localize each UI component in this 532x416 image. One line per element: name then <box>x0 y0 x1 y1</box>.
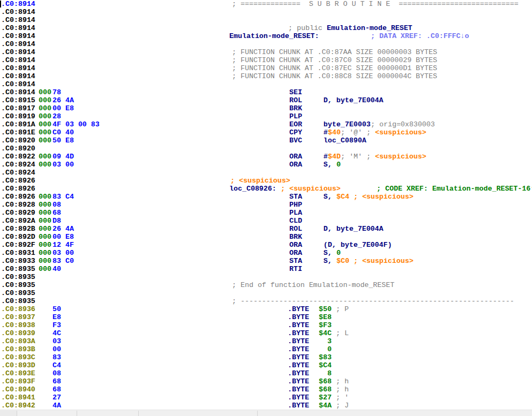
asm-line[interactable]: .C0:8914 <box>0 40 532 48</box>
opcode-bytes: 03 00 <box>53 249 74 257</box>
asm-line[interactable]: .C0:892F00012 4FORA (D, byte_7E004F) <box>0 241 532 249</box>
instruction-text: ORA # <box>289 153 328 161</box>
opcode-bytes: C0 40 <box>53 128 74 137</box>
asm-line[interactable]: .C0:8924 <box>0 169 532 177</box>
asm-line[interactable]: .C0:892400003 00ORA S, 0 <box>0 161 532 169</box>
instruction-text: .BYTE <box>288 402 309 410</box>
asm-line[interactable]: .C0:8914 <box>0 16 532 24</box>
instruction-text: .BYTE <box>288 321 309 329</box>
asm-line[interactable]: .C0:893C83.BYTE$83 <box>0 353 532 361</box>
asm-line[interactable]: .C0:894068.BYTE$68 ; h <box>0 385 532 394</box>
asm-line[interactable]: .C0:893B00.BYTE 0 <box>0 345 532 353</box>
disassembly-listing[interactable]: .C0:8914; ============== S U B R O U T I… <box>0 0 532 410</box>
stack-depth: 0 <box>319 345 332 353</box>
stack-depth: 000 <box>39 249 51 257</box>
asm-line[interactable]: .C0:893100003 00ORA S, 0 <box>0 249 532 257</box>
asm-line[interactable]: .C0:893650.BYTE$50 ; P <box>0 305 532 313</box>
asm-line[interactable]: .C0:892A000D8CLD <box>0 217 532 225</box>
instruction-text: .BYTE <box>288 377 309 385</box>
comment-text: ; ' <box>332 394 349 402</box>
asm-line[interactable]: .C0:893500040RTI <box>0 265 532 273</box>
asm-line[interactable]: .C0:893300083 C0STA S, $C0 ; <suspicious… <box>0 257 532 265</box>
asm-line[interactable]: .C0:892D00000 E8BRK <box>0 233 532 241</box>
asm-line[interactable]: .C0:8914; public Emulation-mode_RESET <box>0 24 532 32</box>
address: .C0:8914 <box>1 88 35 96</box>
asm-line[interactable]: .C0:8914Emulation-mode_RESET:; DATA XREF… <box>0 32 532 40</box>
data-address: .C0:893F <box>1 377 35 385</box>
stack-depth: $83 <box>319 353 332 361</box>
asm-line[interactable]: .C0:8926loc_C08926:; <suspicious>; CODE … <box>0 185 532 193</box>
asm-line[interactable]: .C0:894127.BYTE$27 ; ' <box>0 394 532 402</box>
asm-line[interactable]: .C0:8914; FUNCTION CHUNK AT .C0:87AA SIZ… <box>0 48 532 56</box>
address: .C0:8935 <box>1 297 35 305</box>
data-address: .C0:8938 <box>1 321 35 329</box>
asm-line[interactable]: .C0:893F68.BYTE$68 ; h <box>0 377 532 385</box>
asm-line[interactable]: .C0:8935; End of function Emulation-mode… <box>0 281 532 289</box>
suspicious-text: <suspicious> <box>375 128 426 137</box>
stack-depth: $C4 <box>319 361 332 369</box>
stack-depth: ; CODE XREF: Emulation-mode_RESET-16↑j <box>377 185 532 193</box>
asm-line[interactable]: .C0:892000050 E8BVC loc_C0890A <box>0 137 532 145</box>
asm-line[interactable]: .C0:892B00026 4AROL D, byte_7E004A <box>0 225 532 233</box>
asm-line[interactable]: .C0:891500026 4AROL D, byte_7E004A <box>0 96 532 104</box>
stack-depth: $68 <box>319 385 332 394</box>
instruction-text: Emulation-mode_RESET: <box>229 32 319 40</box>
comment-text: ; J <box>332 402 349 410</box>
ida-disassembly-window: .C0:8914; ============== S U B R O U T I… <box>0 0 532 416</box>
stack-depth: $F3 <box>319 321 332 329</box>
instruction-text: PLP <box>289 112 302 120</box>
asm-line[interactable]: .C0:893E08.BYTE 8 <box>0 369 532 377</box>
opcode-bytes: 4F 03 00 83 <box>53 120 100 128</box>
address: .C0:8914 <box>1 16 35 24</box>
address: .C0:8926 <box>1 177 35 185</box>
asm-line[interactable]: .C0:8914 <box>0 80 532 88</box>
asm-line[interactable]: .C0:892900068PLA <box>0 209 532 217</box>
asm-line[interactable]: .C0:893DC4.BYTE$C4 <box>0 361 532 369</box>
opcode-bytes: 03 00 <box>53 161 74 169</box>
comment-text: ; End of function Emulation-mode_RESET <box>232 281 394 289</box>
data-address: .C0:893A <box>1 337 35 345</box>
asm-line[interactable]: .C0:8935 <box>0 289 532 297</box>
comment-text: ; orig=0x830003 <box>371 120 435 128</box>
asm-line[interactable]: .C0:891700000 E8BRK <box>0 104 532 112</box>
stack-depth: 000 <box>39 120 51 128</box>
asm-line[interactable]: .C0:891400078SEI <box>0 88 532 96</box>
asm-line[interactable]: .C0:89394C.BYTE$4C ; L <box>0 329 532 337</box>
asm-line[interactable]: .C0:891A0004F 03 00 83EOR byte_7E0003; o… <box>0 120 532 128</box>
opcode-bytes: 26 4A <box>53 96 74 104</box>
asm-line[interactable]: .C0:892200009 4DORA #$4D; 'M' ; <suspici… <box>0 153 532 161</box>
asm-line[interactable]: .C0:8937E8.BYTE$E8 <box>0 313 532 321</box>
asm-line[interactable]: .C0:891E000C0 40CPY #$40; '@' ; <suspici… <box>0 128 532 137</box>
asm-line[interactable]: .C0:892600083 C4STA S, $C4 ; <suspicious… <box>0 193 532 201</box>
opcode-bytes: 83 C0 <box>53 257 74 265</box>
asm-line[interactable]: .C0:891900028PLP <box>0 112 532 120</box>
address: .C0:8928 <box>1 201 35 209</box>
asm-line[interactable]: .C0:8935 <box>0 273 532 281</box>
stack-depth: 000 <box>39 265 51 273</box>
asm-line[interactable]: .C0:89424A.BYTE$4A ; J <box>0 402 532 410</box>
address: .C0:891E <box>1 128 35 137</box>
address: .C0:8926 <box>1 193 35 201</box>
asm-line[interactable]: .C0:8926; <suspicious> <box>0 177 532 185</box>
opcode-bytes: 00 E8 <box>53 104 74 112</box>
instruction-text: ROL D, byte_7E004A <box>289 96 384 104</box>
asm-line[interactable]: .C0:8935; ------------------------------… <box>0 297 532 305</box>
address: .C0:8914 <box>1 80 35 88</box>
asm-line[interactable]: .C0:8914; FUNCTION CHUNK AT .C0:87C0 SIZ… <box>0 56 532 64</box>
comment-text: ; FUNCTION CHUNK AT .C0:88C8 SIZE 000000… <box>232 72 437 80</box>
asm-line[interactable]: .C0:8920 <box>0 145 532 153</box>
asm-line[interactable]: .C0:892800008PHP <box>0 201 532 209</box>
asm-line[interactable]: .C0:8914; FUNCTION CHUNK AT .C0:88C8 SIZ… <box>0 72 532 80</box>
asm-line[interactable]: .C0:893A03.BYTE 3 <box>0 337 532 345</box>
comment-text: ; P <box>332 305 349 313</box>
stack-depth: 000 <box>39 225 51 233</box>
asm-line[interactable]: .C0:8938F3.BYTE$F3 <box>0 321 532 329</box>
stack-depth: 3 <box>319 337 332 345</box>
asm-line[interactable]: .C0:8914; FUNCTION CHUNK AT .C0:87EC SIZ… <box>0 64 532 72</box>
opcode-bytes: 09 4D <box>53 153 74 161</box>
asm-line[interactable]: .C0:8914; ============== S U B R O U T I… <box>0 0 532 8</box>
address: .C0:8914 <box>1 48 35 56</box>
opcode-bytes: 26 4A <box>53 225 74 233</box>
comment-text: ; public <box>288 24 327 32</box>
asm-line[interactable]: .C0:8914 <box>0 8 532 16</box>
